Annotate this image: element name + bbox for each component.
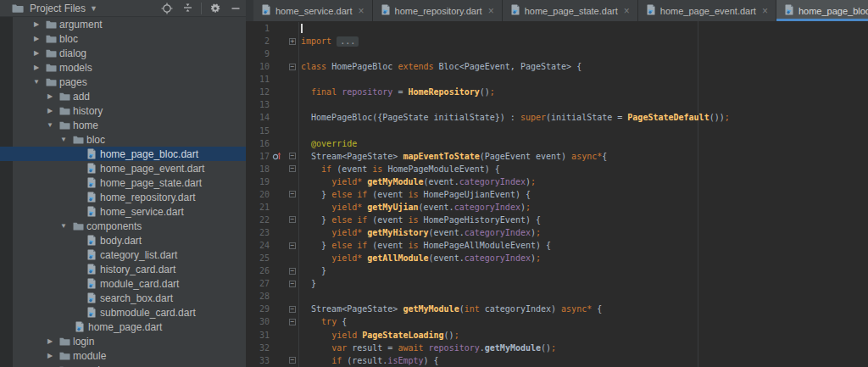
tree-item-module[interactable]: ▶module [0,348,246,363]
tree-item-components[interactable]: ▼components [0,219,246,233]
tree-item-label: home [73,120,98,131]
close-icon[interactable]: × [359,6,364,16]
code-line-26[interactable]: 26− } [246,264,868,277]
code-line-29[interactable]: 29− Stream<PageState> getMyModule(int ca… [246,303,868,315]
tree-item-home[interactable]: ▼home [0,118,246,132]
gutter-space [270,22,288,35]
chevron-collapsed-icon[interactable]: ▶ [46,352,54,359]
fold-collapse-icon[interactable]: − [289,242,296,249]
close-icon[interactable]: × [762,6,768,16]
chevron-collapsed-icon[interactable]: ▶ [32,35,41,42]
tree-item-category-list-dart[interactable]: category_list.dart [0,247,246,262]
fold-collapse-icon[interactable]: − [289,191,296,197]
code-line-10[interactable]: 10−class HomePageBloc extends Bloc<PageE… [246,60,868,73]
fold-collapse-icon[interactable]: − [289,64,296,70]
fold-expand-icon[interactable]: + [289,38,296,45]
code-editor[interactable]: 12+import ...910−class HomePageBloc exte… [246,21,868,367]
tree-item-bloc[interactable]: ▼bloc [0,132,246,147]
tree-item-home-repository-dart[interactable]: home_repository.dart [0,190,246,204]
tree-item-search[interactable]: ▶search [0,363,246,367]
fold-collapse-icon[interactable]: − [289,357,296,364]
locate-icon[interactable] [160,2,174,15]
fold-collapse-icon[interactable]: − [289,216,296,223]
chevron-down-icon[interactable]: ▼ [90,4,97,13]
code-line-9[interactable]: 9 [246,47,868,60]
project-panel-header: Project Files ▼ [0,0,246,17]
settings-icon[interactable] [209,2,222,15]
chevron-expanded-icon[interactable]: ▼ [46,121,54,129]
code-line-18[interactable]: 18− if (event is HomePageModuleEvent) { [246,163,868,175]
override-method-icon[interactable] [270,150,288,163]
tree-item-home-page-state-dart[interactable]: home_page_state.dart [0,175,246,190]
code-line-23[interactable]: 23 yield* getMyHistory(event.categoryInd… [246,226,868,239]
code-line-21[interactable]: 21 yield* getMyUjian(event.categoryIndex… [246,201,868,214]
chevron-collapsed-icon[interactable]: ▶ [46,92,54,100]
code-line-16[interactable]: 16 @override [246,137,868,150]
chevron-collapsed-icon[interactable]: ▶ [32,20,41,28]
tree-item-argument[interactable]: ▶argument [0,17,246,31]
code-line-15[interactable]: 15 [246,125,868,137]
code-line-20[interactable]: 20− } else if (event is HomePageUjianEve… [246,188,868,201]
fold-collapse-icon[interactable]: − [289,319,296,325]
tree-item-search-box-dart[interactable]: search_box.dart [0,291,246,305]
code-line-28[interactable]: 28 [246,290,868,303]
code-line-12[interactable]: 12 final repository = HomeRepository(); [246,86,868,98]
fold-collapse-icon[interactable]: − [289,153,296,159]
code-line-17[interactable]: 17− Stream<PageState> mapEventToState(Pa… [246,150,868,163]
tab-home-service-dart[interactable]: home_service.dart× [253,0,373,21]
tab-home-page-state-dart[interactable]: home_page_state.dart× [503,0,638,21]
tree-item-pages[interactable]: ▼pages [0,75,246,89]
dart-file-icon [85,263,98,276]
tree-item-dialog[interactable]: ▶dialog [0,46,246,60]
collapse-all-icon[interactable] [181,2,194,15]
code-line-19[interactable]: 19 yield* getMyModule(event.categoryInde… [246,175,868,188]
tree-item-history[interactable]: ▶history [0,103,246,118]
tree-item-module-card-dart[interactable]: module_card.dart [0,276,246,291]
tab-home-page-bloc-dart[interactable]: home_page_bloc.dart× [776,0,868,21]
code-line-2[interactable]: 2+import ... [246,35,868,47]
tree-item-home-page-bloc-dart[interactable]: home_page_bloc.dart [0,147,246,161]
chevron-collapsed-icon[interactable]: ▶ [32,49,41,57]
chevron-collapsed-icon[interactable]: ▶ [46,107,54,114]
code-line-31[interactable]: 31 yield PageStateLoading(); [246,329,868,342]
tree-item-home-page-event-dart[interactable]: home_page_event.dart [0,161,246,175]
code-line-30[interactable]: 30− try { [246,315,868,328]
hide-icon[interactable] [229,2,242,15]
dart-file-icon [85,205,98,219]
gutter-space [270,201,288,214]
tree-item-history-card-dart[interactable]: history_card.dart [0,262,246,276]
fold-collapse-icon[interactable]: − [289,306,296,313]
fold-collapse-icon[interactable]: − [289,281,296,287]
chevron-expanded-icon[interactable]: ▼ [32,78,41,86]
code-line-14[interactable]: 14 HomePageBloc({PageState initialState}… [246,111,868,124]
tree-item-add[interactable]: ▶add [0,89,246,103]
chevron-expanded-icon[interactable]: ▼ [59,222,68,230]
code-line-24[interactable]: 24− } else if (event is HomePageAllModul… [246,239,868,252]
code-line-13[interactable]: 13 [246,98,868,111]
code-line-22[interactable]: 22− } else if (event is HomePageHistoryE… [246,214,868,226]
tree-item-login[interactable]: ▶login [0,334,246,348]
close-icon[interactable]: × [624,6,630,16]
code-line-27[interactable]: 27− } [246,277,868,290]
code-line-32[interactable]: 32 var result = await repository.getMyMo… [246,342,868,354]
tree-item-submodule-card-dart[interactable]: submodule_card.dart [0,305,246,320]
chevron-expanded-icon[interactable]: ▼ [59,136,68,143]
fold-collapse-icon[interactable]: − [289,165,296,172]
tree-item-home-page-dart[interactable]: home_page.dart [0,320,246,334]
code-line-33[interactable]: 33− if (result.isEmpty) { [246,354,868,367]
chevron-collapsed-icon[interactable]: ▶ [46,337,54,345]
tree-item-models[interactable]: ▶models [0,60,246,75]
tree-item-body-dart[interactable]: body.dart [0,233,246,247]
code-line-11[interactable]: 11 [246,73,868,86]
code-line-1[interactable]: 1 [246,22,868,35]
fold-collapse-icon[interactable]: − [289,268,296,275]
code-line-25[interactable]: 25 yield* getAllModule(event.categoryInd… [246,252,868,264]
close-icon[interactable]: × [488,6,494,16]
chevron-collapsed-icon[interactable]: ▶ [32,64,41,71]
tree-item-bloc[interactable]: ▶bloc [0,31,246,46]
tab-home-repository-dart[interactable]: home_repository.dart× [373,0,503,21]
tab-label: home_repository.dart [395,6,482,16]
tab-home-page-event-dart[interactable]: home_page_event.dart× [638,0,776,21]
tree-item-home-service-dart[interactable]: home_service.dart [0,204,246,219]
panel-title[interactable]: Project Files [30,3,86,14]
